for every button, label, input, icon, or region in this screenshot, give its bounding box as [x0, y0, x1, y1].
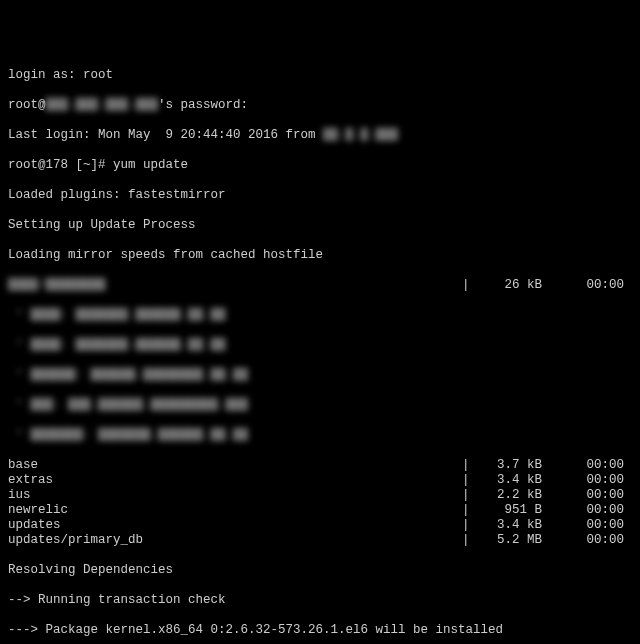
repo-row: newrelic| 951 B00:00 — [8, 503, 632, 518]
last-login: Last login: Mon May 9 20:44:40 2016 from… — [8, 128, 632, 143]
shell-prompt: root@178 [~]# yum update — [8, 158, 632, 173]
redacted-ip-from: ██.█.█.███ — [323, 128, 398, 143]
password-prompt: root@███.███.███.███'s password: — [8, 98, 632, 113]
repo-row: updates/primary_db|5.2 MB00:00 — [8, 533, 632, 548]
deps-package: ---> Package kernel.x86_64 0:2.6.32-573.… — [8, 623, 632, 638]
deps-check: --> Running transaction check — [8, 593, 632, 608]
repo-row: extras|3.4 kB00:00 — [8, 473, 632, 488]
repo-row: base|3.7 kB00:00 — [8, 458, 632, 473]
login-prompt: login as: root — [8, 68, 632, 83]
mirror-line: * ██████: ██████.████████.██.██ — [8, 368, 632, 383]
yum-setup: Setting up Update Process — [8, 218, 632, 233]
yum-loading: Loading mirror speeds from cached hostfi… — [8, 248, 632, 263]
yum-plugins: Loaded plugins: fastestmirror — [8, 188, 632, 203]
mirror-line: * ███: ███.██████.█████████.███ — [8, 398, 632, 413]
repo-row: ius|2.2 kB00:00 — [8, 488, 632, 503]
metalink-row: ████/████████| 26 kB00:00 — [8, 278, 632, 293]
deps-resolving: Resolving Dependencies — [8, 563, 632, 578]
mirror-line: * ████: ███████.██████.██.██ — [8, 338, 632, 353]
repo-row: updates|3.4 kB00:00 — [8, 518, 632, 533]
redacted-ip: ███.███.███.███ — [46, 98, 159, 113]
mirror-line: * ███████: ███████.██████.██.██ — [8, 428, 632, 443]
mirror-line: * ████: ███████.██████.██.██ — [8, 308, 632, 323]
